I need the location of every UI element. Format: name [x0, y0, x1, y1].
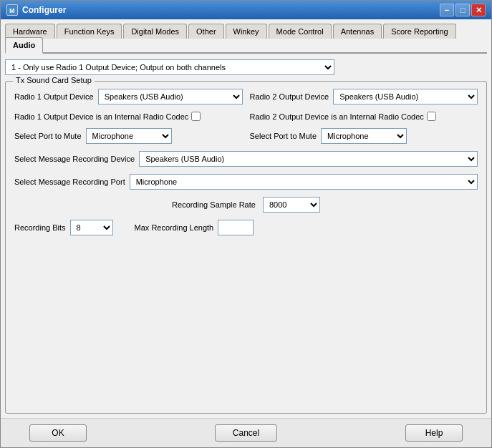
tx-sound-card-group: Tx Sound Card Setup Radio 1 Output Devic… [5, 81, 487, 414]
recording-sample-rate-row: Recording Sample Rate 8000 11025 16000 2… [14, 197, 478, 213]
radio1-mute-col: Select Port to Mute Microphone [14, 128, 243, 144]
minimize-button[interactable]: − [440, 4, 454, 16]
msg-recording-device-row: Select Message Recording Device Speakers… [14, 151, 478, 167]
radio1-codec-checkbox[interactable] [191, 112, 201, 121]
maximize-button[interactable]: □ [455, 4, 470, 16]
recording-bits-select[interactable]: 8 16 [70, 220, 113, 235]
radio2-mute-col: Select Port to Mute Microphone [250, 128, 478, 144]
msg-recording-port-row: Select Message Recording Port Microphone [14, 174, 478, 190]
app-icon: M [6, 4, 18, 16]
tab-hardware[interactable]: Hardware [5, 24, 55, 39]
tab-antennas[interactable]: Antennas [333, 24, 382, 39]
radio1-output-label: Radio 1 Output Device [14, 92, 94, 101]
tab-mode-control[interactable]: Mode Control [269, 24, 332, 39]
close-button[interactable]: ✕ [471, 4, 486, 16]
radio2-output-select[interactable]: Speakers (USB Audio) [333, 89, 478, 104]
msg-recording-port-select[interactable]: Microphone [130, 174, 478, 190]
radio1-codec-label: Radio 1 Output Device is an Internal Rad… [14, 112, 188, 121]
footer: OK Cancel Help [1, 418, 491, 447]
svg-text:M: M [9, 7, 15, 14]
max-recording-length-label: Max Recording Length [135, 223, 214, 232]
help-button[interactable]: Help [405, 424, 463, 442]
tab-score-reporting[interactable]: Score Reporting [383, 24, 456, 39]
radio1-mute-select[interactable]: Microphone [86, 128, 172, 144]
tab-function-keys[interactable]: Function Keys [57, 24, 122, 39]
radio2-codec-checkbox[interactable] [427, 112, 436, 121]
radio1-output-select[interactable]: Speakers (USB Audio) [98, 89, 243, 104]
max-recording-length-section: Max Recording Length 30 [135, 220, 254, 235]
radio1-codec-col: Radio 1 Output Device is an Internal Rad… [14, 112, 243, 121]
radio2-output-col: Radio 2 Output Device Speakers (USB Audi… [250, 89, 478, 104]
top-dropdown-row: 1 - Only use Radio 1 Output Device; Outp… [5, 59, 487, 75]
main-area: 1 - Only use Radio 1 Output Device; Outp… [5, 59, 487, 414]
title-bar-buttons: − □ ✕ [440, 4, 486, 16]
output-device-row: Radio 1 Output Device Speakers (USB Audi… [14, 89, 478, 104]
tab-digital-modes[interactable]: Digital Modes [123, 24, 187, 39]
radio1-mute-label: Select Port to Mute [14, 132, 82, 140]
configurer-window: M Configurer − □ ✕ Hardware Function Key… [0, 0, 492, 448]
cancel-button[interactable]: Cancel [215, 424, 277, 442]
radio2-mute-select[interactable]: Microphone [321, 128, 407, 144]
radio1-output-col: Radio 1 Output Device Speakers (USB Audi… [14, 89, 243, 104]
radio2-codec-col: Radio 2 Output Device is an Internal Rad… [250, 112, 478, 121]
internal-codec-row: Radio 1 Output Device is an Internal Rad… [14, 112, 478, 121]
msg-recording-device-select[interactable]: Speakers (USB Audio) [139, 151, 478, 167]
bits-section: Recording Bits 8 16 [14, 220, 113, 235]
group-box-title: Tx Sound Card Setup [13, 76, 95, 84]
radio2-codec-label: Radio 2 Output Device is an Internal Rad… [250, 112, 424, 121]
max-recording-length-input[interactable]: 30 [218, 220, 254, 235]
title-bar-left: M Configurer [6, 4, 66, 16]
window-content: Hardware Function Keys Digital Modes Oth… [1, 19, 491, 418]
port-mute-row: Select Port to Mute Microphone Select Po… [14, 128, 478, 144]
tab-bar: Hardware Function Keys Digital Modes Oth… [5, 24, 487, 54]
tab-other[interactable]: Other [188, 24, 224, 39]
recording-sample-rate-label: Recording Sample Rate [172, 200, 256, 209]
recording-sample-rate-select[interactable]: 8000 11025 16000 22050 44100 48000 [263, 197, 320, 213]
recording-bits-row: Recording Bits 8 16 Max Recording Length… [14, 220, 478, 235]
radio2-mute-label: Select Port to Mute [250, 132, 317, 140]
tab-winkey[interactable]: Winkey [226, 24, 267, 39]
title-bar: M Configurer − □ ✕ [1, 1, 491, 19]
msg-recording-device-label: Select Message Recording Device [14, 155, 135, 163]
window-title: Configurer [22, 5, 66, 15]
ok-button[interactable]: OK [29, 424, 87, 442]
radio2-output-label: Radio 2 Output Device [250, 92, 329, 101]
top-config-select[interactable]: 1 - Only use Radio 1 Output Device; Outp… [5, 59, 334, 75]
msg-recording-port-label: Select Message Recording Port [14, 177, 125, 186]
tab-audio[interactable]: Audio [5, 37, 43, 54]
recording-bits-label: Recording Bits [14, 223, 66, 232]
